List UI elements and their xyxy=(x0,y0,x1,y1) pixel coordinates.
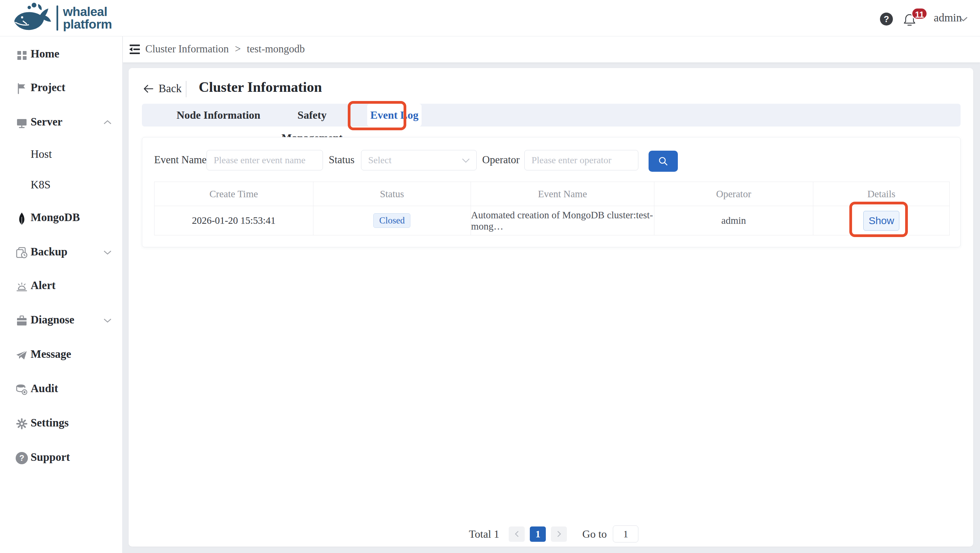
top-bar: whaleal platform ? 11 admin xyxy=(0,0,980,37)
sidebar-item-diagnose[interactable]: Diagnose xyxy=(0,310,122,331)
sidebar-item-label: K8S xyxy=(30,178,51,191)
tab-event-log[interactable]: Event Log xyxy=(367,104,422,127)
sidebar-item-label: Settings xyxy=(30,416,69,429)
monitor-icon xyxy=(16,117,28,129)
briefcase-icon xyxy=(16,315,28,327)
sidebar-item-message[interactable]: Message xyxy=(0,345,122,365)
back-button[interactable]: Back xyxy=(143,82,182,95)
status-cell: Closed xyxy=(313,206,471,235)
operator-input[interactable] xyxy=(524,150,638,170)
sidebar-item-settings[interactable]: Settings xyxy=(0,413,122,434)
database-eye-icon xyxy=(16,383,28,396)
next-page-button[interactable] xyxy=(551,526,567,542)
status-badge: Closed xyxy=(373,213,410,228)
whale-logo-icon xyxy=(11,2,53,34)
event-name-cell: Automated creation of MongoDB cluster:te… xyxy=(471,206,654,235)
column-header-create-time: Create Time xyxy=(154,182,313,206)
chevron-right-icon xyxy=(556,530,562,538)
operator-label: Operator xyxy=(482,154,520,166)
chevron-down-icon xyxy=(461,158,470,163)
chevron-down-icon xyxy=(103,317,112,323)
pagination: Total 1 1 Go to xyxy=(469,526,638,542)
tab-bar: Node Information Safety Management Event… xyxy=(142,104,961,127)
sidebar-item-label: Alert xyxy=(30,279,56,292)
sidebar-item-label: Host xyxy=(30,148,52,160)
previous-page-button[interactable] xyxy=(509,526,525,542)
sidebar-item-backup[interactable]: Backup xyxy=(0,243,122,263)
page-number-button[interactable]: 1 xyxy=(530,526,546,542)
event-log-table: Create Time Status Event Name Operator D… xyxy=(154,182,950,235)
breadcrumb-bar: Cluster Information > test-mongodb xyxy=(123,37,980,63)
pagination-total: Total 1 xyxy=(469,528,499,540)
breadcrumb-section: Cluster Information xyxy=(145,43,229,55)
column-header-operator: Operator xyxy=(654,182,814,206)
page-header-row: Back Cluster Information xyxy=(129,78,973,102)
sidebar-item-k8s[interactable]: K8S xyxy=(0,175,122,196)
alarm-icon xyxy=(16,280,28,292)
logo-text-line2: platform xyxy=(63,18,112,30)
operator-cell: admin xyxy=(654,206,814,235)
logo-divider xyxy=(56,5,58,30)
notification-count-badge: 11 xyxy=(911,8,928,20)
status-select[interactable]: Select xyxy=(361,150,477,170)
backup-copies-clock-icon xyxy=(16,246,28,259)
breadcrumb-separator: > xyxy=(235,43,240,55)
question-circle-icon: ? xyxy=(16,452,28,464)
goto-label: Go to xyxy=(582,528,607,540)
event-name-input[interactable] xyxy=(207,150,323,170)
sidebar-item-alert[interactable]: Alert xyxy=(0,276,122,297)
column-header-event-name: Event Name xyxy=(471,182,654,206)
sidebar-item-project[interactable]: Project xyxy=(0,78,122,99)
search-button[interactable] xyxy=(649,151,678,172)
arrow-left-icon xyxy=(143,84,154,94)
sidebar-item-host[interactable]: Host xyxy=(0,145,122,165)
chevron-down-icon xyxy=(103,249,112,256)
tab-node-information[interactable]: Node Information xyxy=(174,104,263,127)
goto-page-input[interactable] xyxy=(613,526,638,542)
create-time-cell: 2026-01-20 15:53:41 xyxy=(154,206,313,235)
chevron-down-icon[interactable] xyxy=(958,16,969,22)
back-label: Back xyxy=(159,82,182,95)
sidebar-item-label: Backup xyxy=(30,246,67,258)
sidebar-item-server[interactable]: Server xyxy=(0,113,122,133)
breadcrumb: Cluster Information > test-mongodb xyxy=(145,43,305,55)
sidebar-item-label: Support xyxy=(30,451,70,464)
chevron-left-icon xyxy=(514,530,520,538)
breadcrumb-page: test-mongodb xyxy=(247,43,305,55)
event-name-label: Event Name xyxy=(154,154,207,166)
help-icon[interactable]: ? xyxy=(880,13,893,25)
menu-fold-icon[interactable] xyxy=(128,43,141,55)
sidebar-item-label: Project xyxy=(30,81,65,94)
column-header-details: Details xyxy=(813,182,950,206)
gear-icon xyxy=(16,418,28,430)
mongodb-leaf-icon xyxy=(16,212,28,224)
table-header-row: Create Time Status Event Name Operator D… xyxy=(154,182,950,206)
sidebar-item-label: MongoDB xyxy=(30,211,80,224)
chevron-up-icon xyxy=(103,119,112,126)
page-title: Cluster Information xyxy=(199,79,322,95)
sidebar-nav: Home Project Server Host K8S xyxy=(0,37,123,553)
sidebar-item-audit[interactable]: Audit xyxy=(0,379,122,400)
divider xyxy=(186,81,186,97)
details-cell: Show xyxy=(813,206,950,235)
paper-plane-icon xyxy=(16,349,28,361)
tab-safety-management[interactable]: Safety Management xyxy=(268,104,356,127)
sidebar-item-label: Diagnose xyxy=(30,313,74,326)
grid-icon xyxy=(16,49,28,61)
username[interactable]: admin xyxy=(934,11,962,24)
sidebar-item-mongodb[interactable]: MongoDB xyxy=(0,208,122,229)
column-header-status: Status xyxy=(313,182,471,206)
cluster-information-card: Back Cluster Information Node Informatio… xyxy=(129,68,973,547)
flag-icon xyxy=(16,82,28,95)
table-row: 2026-01-20 15:53:41 Closed Automated cre… xyxy=(154,206,950,235)
sidebar-item-label: Message xyxy=(30,348,71,361)
sidebar-item-label: Audit xyxy=(30,382,58,395)
sidebar-item-label: Server xyxy=(30,116,62,128)
show-details-button[interactable]: Show xyxy=(863,211,899,230)
event-log-panel: Event Name Status Select Operator Create… xyxy=(142,137,961,247)
logo-text-line1: whaleal xyxy=(63,5,112,18)
sidebar-item-home[interactable]: Home xyxy=(0,44,122,65)
sidebar-item-support[interactable]: ? Support xyxy=(0,448,122,468)
search-icon xyxy=(657,156,669,167)
app-logo: whaleal platform xyxy=(11,2,112,34)
